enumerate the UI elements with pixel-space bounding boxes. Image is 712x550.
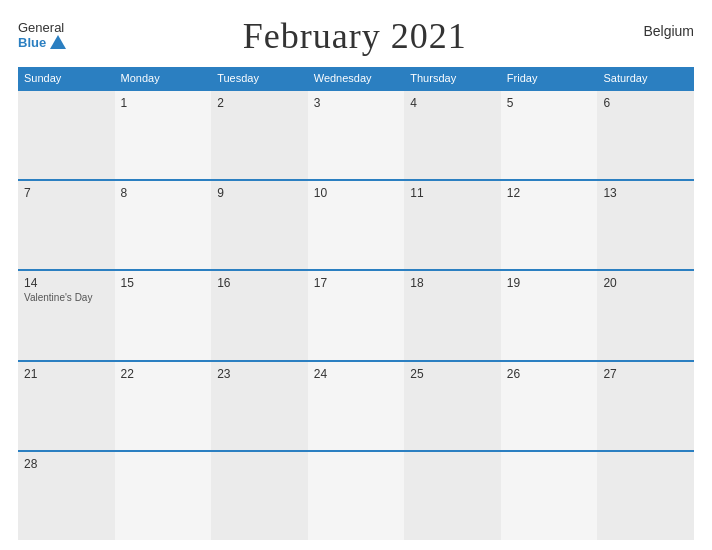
day-cell-1: 1 xyxy=(115,91,212,179)
day-cell-8: 8 xyxy=(115,181,212,269)
day-cell-3: 3 xyxy=(308,91,405,179)
day-cell-28: 28 xyxy=(18,452,115,540)
day-cell-empty-w5-6 xyxy=(597,452,694,540)
day-cell-12: 12 xyxy=(501,181,598,269)
week-row-5: 28 xyxy=(18,450,694,540)
day-cell-15: 15 xyxy=(115,271,212,359)
header-sunday: Sunday xyxy=(18,67,115,89)
week-row-3: 14 Valentine's Day 15 16 17 18 19 20 xyxy=(18,269,694,359)
day-cell-4: 4 xyxy=(404,91,501,179)
header-saturday: Saturday xyxy=(597,67,694,89)
day-cell-22: 22 xyxy=(115,362,212,450)
day-cell-16: 16 xyxy=(211,271,308,359)
day-cell-empty-w5-5 xyxy=(501,452,598,540)
logo: General Blue xyxy=(18,21,66,51)
day-cell-empty-w5-2 xyxy=(211,452,308,540)
day-cell-7: 7 xyxy=(18,181,115,269)
day-cell-5: 5 xyxy=(501,91,598,179)
day-cell-19: 19 xyxy=(501,271,598,359)
day-cell-empty-w5-3 xyxy=(308,452,405,540)
week-row-4: 21 22 23 24 25 26 27 xyxy=(18,360,694,450)
day-cell-10: 10 xyxy=(308,181,405,269)
logo-general-text: General xyxy=(18,21,64,35)
week-row-2: 7 8 9 10 11 12 13 xyxy=(18,179,694,269)
calendar-grid: Sunday Monday Tuesday Wednesday Thursday… xyxy=(18,67,694,540)
header-friday: Friday xyxy=(501,67,598,89)
day-cell-27: 27 xyxy=(597,362,694,450)
header: General Blue February 2021 Belgium xyxy=(18,15,694,57)
day-cell-empty xyxy=(18,91,115,179)
header-thursday: Thursday xyxy=(404,67,501,89)
day-cell-20: 20 xyxy=(597,271,694,359)
country-label: Belgium xyxy=(643,15,694,39)
day-cell-26: 26 xyxy=(501,362,598,450)
logo-blue-text: Blue xyxy=(18,36,46,50)
day-cell-14: 14 Valentine's Day xyxy=(18,271,115,359)
day-headers: Sunday Monday Tuesday Wednesday Thursday… xyxy=(18,67,694,89)
day-cell-13: 13 xyxy=(597,181,694,269)
logo-triangle-icon xyxy=(50,35,66,49)
day-cell-25: 25 xyxy=(404,362,501,450)
day-cell-11: 11 xyxy=(404,181,501,269)
day-cell-17: 17 xyxy=(308,271,405,359)
day-cell-18: 18 xyxy=(404,271,501,359)
weeks-container: 1 2 3 4 5 6 7 8 9 10 11 12 13 14 xyxy=(18,89,694,540)
month-title: February 2021 xyxy=(243,15,467,57)
day-cell-9: 9 xyxy=(211,181,308,269)
day-cell-2: 2 xyxy=(211,91,308,179)
calendar-container: General Blue February 2021 Belgium Sunda… xyxy=(0,0,712,550)
day-cell-empty-w5-1 xyxy=(115,452,212,540)
day-cell-24: 24 xyxy=(308,362,405,450)
day-cell-6: 6 xyxy=(597,91,694,179)
day-cell-23: 23 xyxy=(211,362,308,450)
day-cell-empty-w5-4 xyxy=(404,452,501,540)
header-monday: Monday xyxy=(115,67,212,89)
day-cell-21: 21 xyxy=(18,362,115,450)
header-tuesday: Tuesday xyxy=(211,67,308,89)
week-row-1: 1 2 3 4 5 6 xyxy=(18,89,694,179)
header-wednesday: Wednesday xyxy=(308,67,405,89)
